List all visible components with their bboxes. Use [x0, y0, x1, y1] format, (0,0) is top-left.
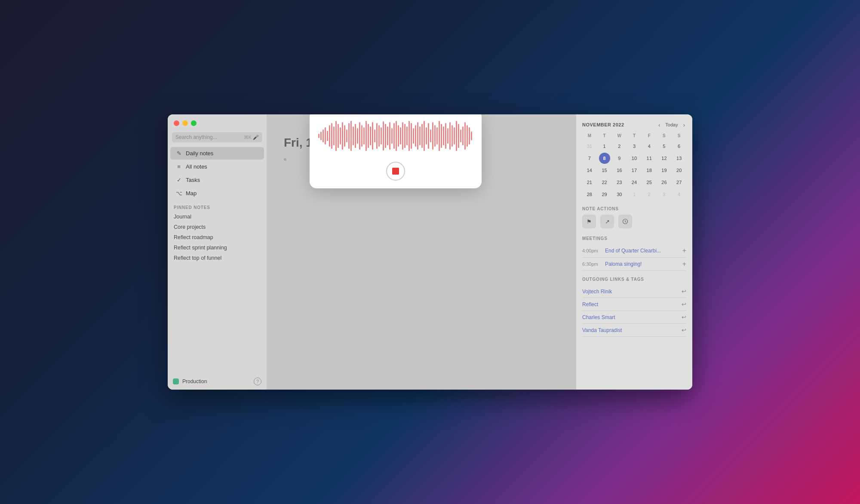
- nav-item-all-notes[interactable]: ≡ All notes: [170, 160, 264, 173]
- cal-day-4[interactable]: 4: [644, 141, 655, 152]
- nav-item-map[interactable]: ⌥ Map: [170, 187, 264, 200]
- traffic-light-red[interactable]: [174, 120, 179, 126]
- svg-rect-36: [396, 121, 397, 151]
- cal-day-16[interactable]: 16: [614, 165, 625, 176]
- nav-item-tasks[interactable]: ✓ Tasks: [170, 174, 264, 186]
- note-actions: ⚑ ↗: [582, 215, 686, 228]
- meeting-title-2[interactable]: Paloma singing!: [605, 261, 679, 267]
- svg-rect-37: [398, 125, 399, 147]
- svg-rect-35: [393, 123, 395, 149]
- calendar-nav: ‹ Today ›: [657, 121, 686, 128]
- history-action-button[interactable]: [618, 215, 632, 228]
- meeting-add-button-1[interactable]: +: [682, 247, 686, 255]
- cal-day-12[interactable]: 12: [658, 153, 670, 164]
- link-vojtech-title[interactable]: Vojtech Rinik: [582, 289, 679, 295]
- svg-rect-20: [361, 125, 362, 147]
- svg-rect-46: [417, 122, 418, 150]
- cal-day-20[interactable]: 20: [673, 165, 685, 176]
- stop-icon: [392, 168, 399, 175]
- cal-day-29[interactable]: 29: [599, 189, 610, 200]
- svg-rect-26: [374, 129, 375, 142]
- app-window: Search anything... ⌘K 🎤 ✎ Daily notes ≡ …: [168, 114, 692, 390]
- cal-day-14[interactable]: 14: [584, 165, 595, 176]
- link-reflect-title[interactable]: Reflect: [582, 301, 679, 307]
- cal-header-mon: M: [582, 132, 597, 139]
- pinned-journal[interactable]: Journal: [168, 212, 267, 222]
- cal-day-3[interactable]: 3: [629, 141, 640, 152]
- pinned-reflect-sprint[interactable]: Reflect sprint planning: [168, 243, 267, 253]
- pin-action-button[interactable]: ⚑: [582, 215, 596, 228]
- link-external-icon-1: ↩: [682, 301, 686, 307]
- link-vanda-title[interactable]: Vanda Taupradist: [582, 327, 679, 333]
- cal-day-9[interactable]: 9: [614, 153, 625, 164]
- outgoing-links-label: OUTGOING LINKS & TAGS: [582, 277, 686, 282]
- calendar-today-button[interactable]: Today: [663, 121, 680, 128]
- link-charles-title[interactable]: Charles Smart: [582, 314, 679, 320]
- nav-item-daily-notes[interactable]: ✎ Daily notes: [170, 147, 264, 160]
- cal-day-19[interactable]: 19: [658, 165, 670, 176]
- cal-day-8-today[interactable]: 8: [599, 153, 610, 164]
- stop-recording-button[interactable]: [386, 162, 405, 181]
- cal-day-11[interactable]: 11: [644, 153, 655, 164]
- pinned-reflect-roadmap[interactable]: Reflect roadmap: [168, 232, 267, 243]
- cal-header-sun: S: [672, 132, 686, 139]
- link-item-charles: Charles Smart ↩: [582, 311, 686, 324]
- calendar-week-2: 7 8 9 10 11 12 13: [582, 152, 686, 164]
- nav-label-daily-notes: Daily notes: [186, 150, 213, 157]
- audio-recorder: [310, 114, 482, 188]
- cal-day-10[interactable]: 10: [629, 153, 640, 164]
- pinned-reflect-funnel[interactable]: Reflect top of funnel: [168, 253, 267, 263]
- cal-day-7[interactable]: 7: [584, 153, 595, 164]
- cal-day-23[interactable]: 23: [614, 177, 625, 188]
- traffic-light-green[interactable]: [191, 120, 197, 126]
- cal-day-6[interactable]: 6: [673, 141, 685, 152]
- link-item-vojtech: Vojtech Rinik ↩: [582, 285, 686, 298]
- help-icon[interactable]: ?: [254, 378, 261, 385]
- svg-rect-19: [359, 122, 360, 150]
- traffic-light-yellow[interactable]: [182, 120, 188, 126]
- cal-day-1[interactable]: 1: [599, 141, 610, 152]
- pinned-core-projects[interactable]: Core projects: [168, 222, 267, 232]
- cal-day-3-dec[interactable]: 3: [658, 189, 670, 200]
- cal-header-tue: T: [597, 132, 612, 139]
- svg-rect-22: [366, 121, 367, 151]
- cal-day-1-dec[interactable]: 1: [629, 189, 640, 200]
- cal-day-2-dec[interactable]: 2: [644, 189, 655, 200]
- calendar-weekday-headers: M T W T F S S: [582, 132, 686, 139]
- cal-day-18[interactable]: 18: [644, 165, 655, 176]
- cal-day-2[interactable]: 2: [614, 141, 625, 152]
- calendar-next-button[interactable]: ›: [682, 122, 686, 128]
- cal-day-30[interactable]: 30: [614, 189, 625, 200]
- cal-day-17[interactable]: 17: [629, 165, 640, 176]
- meeting-time-1: 4:00pm: [582, 248, 602, 253]
- cal-day-22[interactable]: 22: [599, 177, 610, 188]
- microphone-icon[interactable]: 🎤: [253, 135, 259, 140]
- export-action-button[interactable]: ↗: [600, 215, 614, 228]
- search-bar[interactable]: Search anything... ⌘K 🎤: [172, 132, 262, 142]
- workspace-name: Production: [182, 378, 207, 384]
- cal-day-25[interactable]: 25: [644, 177, 655, 188]
- meeting-item-2: 6:30pm Paloma singing! +: [582, 258, 686, 271]
- link-external-icon-2: ↩: [682, 314, 686, 320]
- svg-rect-52: [430, 129, 431, 142]
- meeting-add-button-2[interactable]: +: [682, 260, 686, 268]
- calendar-prev-button[interactable]: ‹: [657, 122, 661, 128]
- workspace-indicator[interactable]: Production: [173, 378, 207, 384]
- titlebar: [168, 114, 267, 130]
- cal-day-15[interactable]: 15: [599, 165, 610, 176]
- meeting-title-1[interactable]: End of Quarter Clearbi...: [605, 248, 679, 254]
- cal-day-13[interactable]: 13: [673, 153, 685, 164]
- cal-day-24[interactable]: 24: [629, 177, 640, 188]
- cal-day-31-oct[interactable]: 31: [584, 141, 595, 152]
- cal-day-21[interactable]: 21: [584, 177, 595, 188]
- cal-day-28[interactable]: 28: [584, 189, 595, 200]
- svg-rect-15: [350, 121, 352, 151]
- cal-day-4-dec[interactable]: 4: [673, 189, 685, 200]
- cal-day-5[interactable]: 5: [658, 141, 670, 152]
- svg-rect-48: [421, 124, 423, 148]
- cal-day-27[interactable]: 27: [673, 177, 685, 188]
- svg-rect-53: [432, 122, 433, 150]
- calendar-month-year: NOVEMBER 2022: [582, 122, 624, 127]
- cal-day-26[interactable]: 26: [658, 177, 670, 188]
- svg-rect-14: [348, 123, 350, 149]
